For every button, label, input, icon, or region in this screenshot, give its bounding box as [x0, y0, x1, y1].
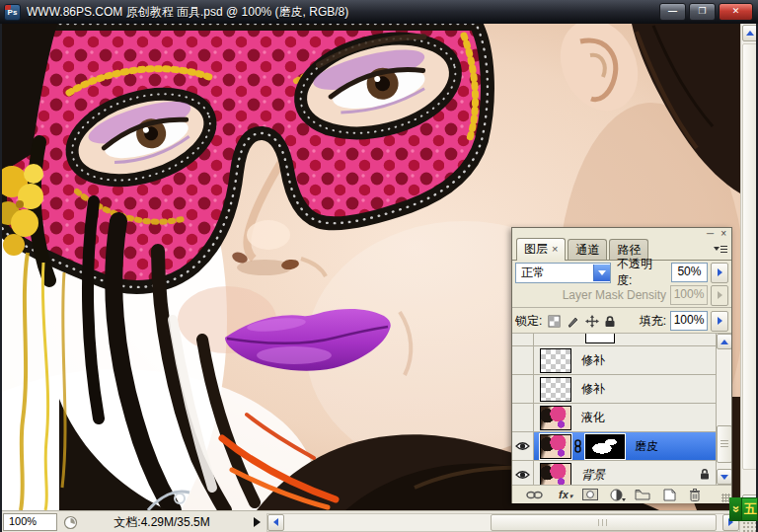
widget-label: 五 [744, 500, 757, 518]
layer-row-selected[interactable]: 磨皮 [512, 432, 717, 461]
chevron-right-icon [718, 317, 722, 325]
layer-name[interactable]: 背景 [581, 467, 605, 484]
delete-layer-button[interactable] [689, 489, 701, 501]
tab-paths-label: 路径 [617, 243, 641, 257]
app-icon-label: Ps [8, 8, 18, 17]
panel-menu-icon [714, 247, 720, 251]
layer-thumbnail[interactable] [540, 463, 571, 486]
floating-widget[interactable]: « 五 [729, 497, 758, 521]
layer-name[interactable]: 修补 [581, 352, 605, 369]
scroll-left-button[interactable] [267, 514, 284, 531]
lock-label: 锁定: [515, 313, 542, 330]
horizontal-scroll-thumb[interactable] [491, 514, 717, 531]
tab-layers[interactable]: 图层× [516, 238, 566, 261]
layer-style-button[interactable]: fx▾ [559, 489, 572, 500]
chevron-down-icon [598, 270, 606, 275]
opacity-input[interactable]: 50% [671, 263, 709, 282]
layer-thumbnail[interactable] [540, 377, 571, 402]
version-cue-icon[interactable] [63, 515, 78, 530]
layer-row-clipped[interactable] [512, 334, 717, 346]
list-scroll-up-button[interactable] [717, 334, 731, 349]
layer-mask-thumbnail[interactable] [585, 434, 625, 459]
visibility-toggle[interactable] [512, 334, 534, 345]
chevron-right-icon [718, 291, 722, 299]
layer-list: 修补 修补 液化 [512, 333, 731, 485]
add-layer-mask-button[interactable] [582, 489, 598, 500]
new-layer-button[interactable] [663, 489, 676, 501]
window-title: WWW.86PS.COM 原创教程 面具.psd @ 100% (磨皮, RGB… [27, 4, 659, 21]
lock-all-icon[interactable] [604, 315, 616, 328]
chevron-down-icon [720, 475, 728, 480]
panel-close-icon[interactable]: × [720, 229, 726, 238]
background-lock-icon [700, 468, 710, 480]
layers-panel: ─ × 图层× 通道 路径 正常 不透明度: 50% Lay [511, 227, 732, 503]
link-layers-button[interactable] [526, 491, 543, 499]
lock-transparency-icon[interactable] [548, 315, 562, 328]
window-border-left [0, 24, 2, 532]
fill-slider-button[interactable] [711, 311, 728, 332]
chevron-up-icon [746, 31, 754, 36]
fill-input[interactable]: 100% [670, 311, 708, 331]
layer-row[interactable]: 修补 [512, 375, 717, 404]
eye-icon [515, 441, 530, 451]
mask-density-label: Layer Mask Density [563, 288, 666, 302]
visibility-toggle[interactable] [512, 375, 534, 403]
new-group-button[interactable] [635, 489, 650, 500]
new-adjustment-layer-button[interactable] [610, 489, 626, 501]
link-mask-icon[interactable] [573, 439, 582, 453]
widget-label-button[interactable]: 五 [741, 497, 758, 521]
list-scroll-down-button[interactable] [717, 469, 731, 485]
layers-toolbar: fx▾ [512, 485, 731, 503]
visibility-toggle[interactable] [512, 461, 534, 485]
visibility-toggle[interactable] [512, 432, 534, 460]
vertical-scrollbar[interactable] [740, 24, 757, 510]
minimize-button[interactable]: — [659, 3, 686, 21]
list-scroll-thumb[interactable] [717, 425, 731, 463]
panel-menu-button[interactable] [712, 243, 728, 255]
layer-name[interactable]: 液化 [581, 410, 605, 426]
tab-layers-label: 图层 [524, 242, 548, 256]
horizontal-scrollbar[interactable] [266, 513, 740, 532]
status-menu-arrow-icon[interactable] [254, 517, 261, 527]
maximize-button[interactable]: ❐ [689, 3, 716, 21]
layer-thumbnail[interactable] [540, 406, 571, 430]
zoom-level-input[interactable]: 100% [3, 513, 57, 531]
panel-minimize-icon[interactable]: ─ [707, 229, 714, 238]
mask-density-slider-button [711, 285, 728, 306]
eye-icon [515, 470, 530, 480]
layer-thumbnail[interactable] [540, 348, 571, 373]
chevron-left-icon [273, 518, 278, 526]
photoshop-window: Ps WWW.86PS.COM 原创教程 面具.psd @ 100% (磨皮, … [0, 0, 758, 532]
panel-menu-lines-icon [720, 246, 727, 253]
mask-thumbnail[interactable] [585, 334, 615, 343]
layer-thumbnail[interactable] [540, 434, 571, 459]
tab-channels[interactable]: 通道 [568, 239, 607, 260]
fx-icon: fx [559, 489, 568, 500]
layer-row-background[interactable]: 背景 [512, 461, 717, 485]
visibility-toggle[interactable] [512, 404, 534, 431]
lock-pixels-icon[interactable] [567, 315, 580, 328]
layer-row[interactable]: 液化 [512, 404, 717, 432]
app-icon: Ps [4, 4, 21, 21]
layer-list-scrollbar[interactable] [716, 334, 731, 485]
visibility-toggle[interactable] [512, 346, 534, 374]
layer-name[interactable]: 修补 [581, 381, 605, 398]
title-bar[interactable]: Ps WWW.86PS.COM 原创教程 面具.psd @ 100% (磨皮, … [0, 0, 758, 24]
opacity-slider-button[interactable] [711, 263, 728, 283]
blend-mode-dropdown-button[interactable] [593, 265, 610, 281]
tab-close-icon[interactable]: × [552, 243, 558, 255]
blend-mode-value: 正常 [516, 265, 593, 281]
chevron-right-icon [718, 268, 722, 276]
status-bar: 100% 文档:4.29M/35.5M [0, 510, 758, 532]
tab-channels-label: 通道 [575, 243, 599, 257]
double-chevron-down-icon: « [730, 505, 740, 512]
layer-name[interactable]: 磨皮 [635, 438, 658, 455]
lock-position-icon[interactable] [585, 315, 599, 328]
layer-row[interactable]: 修补 [512, 346, 717, 375]
widget-collapse-button[interactable]: « [729, 497, 741, 521]
close-button[interactable]: ✕ [719, 3, 753, 21]
document-size-info: 文档:4.29M/35.5M [78, 514, 246, 531]
blend-mode-select[interactable]: 正常 [515, 263, 611, 283]
fill-label: 填充: [640, 313, 666, 330]
mask-density-input: 100% [670, 285, 708, 305]
